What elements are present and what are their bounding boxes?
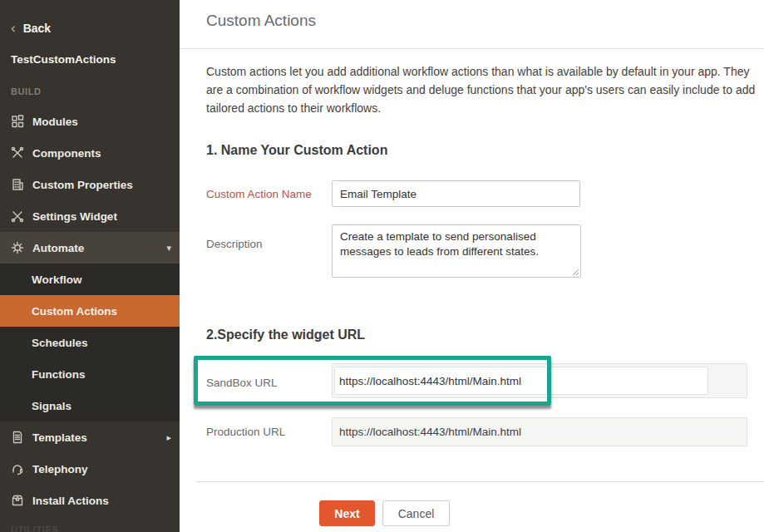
sidebar-item-custom-properties[interactable]: Custom Properties [0, 169, 180, 200]
sidebar-item-modules[interactable]: Modules [0, 106, 180, 137]
sandbox-url-value: https://localhost:4443/html/Main.html [339, 364, 521, 397]
tools-icon [10, 209, 24, 224]
sidebar-item-telephony[interactable]: Telephony [0, 453, 180, 485]
sidebar-item-label: Automate [32, 242, 84, 254]
sidebar-item-label: Install Actions [32, 495, 109, 507]
sidebar-subitem-label: Schedules [32, 337, 88, 349]
sidebar-subitem-functions[interactable]: Functions [0, 358, 180, 390]
sidebar-subitem-label: Custom Actions [32, 305, 117, 318]
gear-icon [10, 241, 24, 255]
chevron-down-icon: ▾ [166, 243, 171, 254]
main-content: Custom Actions Custom actions let you ad… [180, 0, 764, 532]
section2-heading: 2.Specify the widget URL [206, 328, 365, 342]
next-button-label: Next [334, 507, 359, 520]
chevron-left-icon: ‹ [11, 21, 16, 35]
sidebar-item-settings-widget[interactable]: Settings Widget [0, 200, 180, 232]
tools-icon [10, 146, 24, 160]
sidebar-subitem-workflow[interactable]: Workflow [0, 264, 180, 295]
description-field-wrap: Create a template to send personalised m… [332, 224, 581, 278]
sandbox-url-label: SandBox URL [206, 377, 278, 389]
header-divider [180, 48, 764, 49]
headset-icon [10, 462, 24, 476]
sidebar-item-label: Modules [32, 116, 78, 128]
production-url-label: Production URL [206, 426, 285, 438]
document-icon [10, 431, 24, 445]
modules-grid-icon [10, 115, 24, 129]
sidebar-subitem-schedules[interactable]: Schedules [0, 327, 180, 358]
description-textarea[interactable]: Create a template to send personalised m… [332, 224, 581, 278]
sidebar-item-label: Telephony [32, 463, 88, 475]
intro-text: Custom actions let you add additional wo… [206, 63, 757, 118]
sidebar-subitem-label: Functions [32, 368, 86, 381]
cancel-button[interactable]: Cancel [382, 500, 450, 526]
sidebar-item-templates[interactable]: Templates ▸ [0, 421, 180, 453]
section-label-build: BUILD [11, 86, 42, 96]
sidebar-subitem-custom-actions[interactable]: Custom Actions [0, 295, 180, 327]
back-button[interactable]: ‹ Back [11, 21, 51, 35]
sidebar-subitem-signals[interactable]: Signals [0, 390, 180, 421]
production-url-field: https://localhost:4443/html/Main.html [332, 417, 747, 446]
sidebar-item-label: Custom Properties [32, 179, 133, 191]
sidebar-subitem-label: Workflow [32, 273, 82, 286]
section-label-utilities: UTILITIES [11, 525, 58, 532]
sidebar: ‹ Back TestCustomActions BUILD Modules C… [0, 0, 180, 532]
next-button[interactable]: Next [319, 500, 375, 526]
production-url-value: https://localhost:4443/html/Main.html [339, 418, 521, 446]
sandbox-url-field[interactable]: https://localhost:4443/html/Main.html [332, 363, 747, 398]
package-icon [10, 494, 24, 508]
sidebar-item-install-actions[interactable]: Install Actions [0, 485, 180, 516]
sidebar-item-label: Settings Widget [32, 210, 117, 223]
section1-heading: 1. Name Your Custom Action [206, 143, 387, 158]
chevron-right-icon: ▸ [166, 432, 171, 443]
automate-submenu: Workflow Custom Actions Schedules Functi… [0, 264, 180, 421]
building-icon [10, 178, 24, 192]
page-title: Custom Actions [206, 12, 316, 30]
sidebar-item-components[interactable]: Components [0, 137, 180, 169]
sidebar-subitem-label: Signals [32, 400, 71, 412]
sidebar-item-label: Components [32, 147, 101, 160]
custom-action-name-input[interactable] [332, 180, 580, 207]
cancel-button-label: Cancel [398, 507, 435, 520]
sidebar-item-automate[interactable]: Automate ▾ [0, 232, 180, 264]
back-label: Back [23, 22, 51, 35]
description-label: Description [206, 238, 263, 250]
app-name: TestCustomActions [11, 53, 116, 66]
custom-action-name-label: Custom Action Name [206, 188, 312, 200]
footer-divider [196, 481, 764, 482]
sidebar-item-label: Templates [32, 431, 87, 444]
